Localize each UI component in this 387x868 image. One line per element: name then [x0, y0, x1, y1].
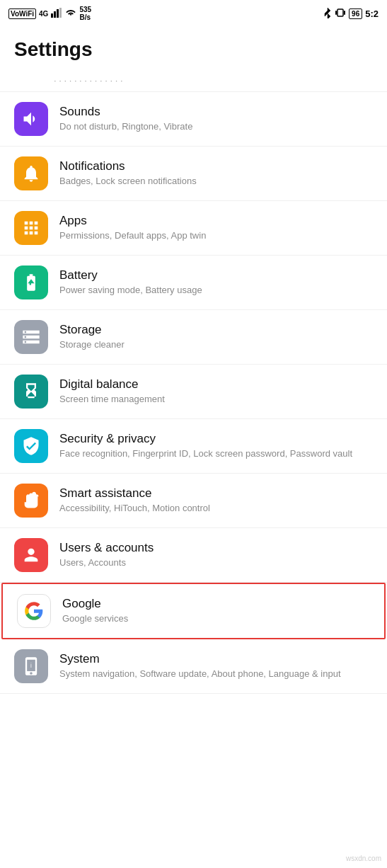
security-icon-wrapper [14, 429, 48, 463]
hand-icon [21, 491, 41, 510]
google-title: Google [62, 597, 370, 611]
svg-rect-6 [344, 11, 345, 15]
status-bar: VoWiFi 4G 535B/s 96 5:2 [0, 0, 387, 25]
sounds-title: Sounds [59, 105, 373, 119]
security-title: Security & privacy [59, 432, 373, 446]
system-icon: i [21, 656, 41, 676]
notifications-title: Notifications [59, 159, 373, 173]
sound-icon [21, 109, 41, 129]
system-title: System [59, 652, 373, 666]
settings-item-battery[interactable]: Battery Power saving mode, Battery usage [0, 256, 387, 310]
settings-item-notifications[interactable]: Notifications Badges, Lock screen notifi… [0, 147, 387, 201]
system-icon-wrapper: i [14, 649, 48, 683]
settings-item-digital-balance[interactable]: Digital balance Screen time management [0, 365, 387, 419]
vibrate-icon [335, 7, 346, 21]
smart-assistance-subtitle: Accessibility, HiTouch, Motion control [59, 503, 373, 515]
digital-balance-subtitle: Screen time management [59, 394, 373, 406]
wifi-icon [65, 8, 76, 18]
battery-icon: 96 [349, 8, 362, 19]
speed-label: 535B/s [79, 6, 91, 21]
google-text: Google Google services [62, 597, 370, 625]
apps-subtitle: Permissions, Default apps, App twin [59, 230, 373, 242]
google-icon-wrapper [17, 594, 51, 628]
svg-rect-4 [337, 9, 343, 16]
settings-list: Sounds Do not disturb, Ringtone, Vibrate… [0, 92, 387, 694]
battery-title: Battery [59, 268, 373, 282]
bluetooth-icon [323, 7, 332, 21]
google-icon [24, 601, 44, 621]
apps-icon [21, 218, 41, 238]
settings-item-storage[interactable]: Storage Storage cleaner [0, 310, 387, 365]
apps-icon-wrapper [14, 211, 48, 245]
users-accounts-subtitle: Users, Accounts [59, 557, 373, 569]
status-right: 96 5:2 [323, 7, 379, 21]
svg-rect-5 [335, 11, 337, 15]
battery-settings-icon [21, 273, 41, 292]
digital-balance-icon-wrapper [14, 375, 48, 409]
svg-rect-0 [51, 13, 53, 18]
settings-item-sounds[interactable]: Sounds Do not disturb, Ringtone, Vibrate [0, 92, 387, 147]
storage-title: Storage [59, 323, 373, 337]
apps-title: Apps [59, 214, 373, 228]
svg-text:i: i [30, 663, 32, 669]
digital-balance-title: Digital balance [59, 377, 373, 392]
time-label: 5:2 [365, 8, 379, 19]
smart-assistance-title: Smart assistance [59, 486, 373, 501]
users-accounts-title: Users & accounts [59, 541, 373, 555]
storage-subtitle: Storage cleaner [59, 339, 373, 351]
sounds-text: Sounds Do not disturb, Ringtone, Vibrate [59, 105, 373, 133]
notifications-subtitle: Badges, Lock screen notifications [59, 176, 373, 188]
security-subtitle: Face recognition, Fingerprint ID, Lock s… [59, 448, 373, 460]
users-accounts-text: Users & accounts Users, Accounts [59, 541, 373, 569]
smart-assistance-text: Smart assistance Accessibility, HiTouch,… [59, 486, 373, 515]
sounds-icon-wrapper [14, 102, 48, 136]
notifications-icon-wrapper [14, 156, 48, 190]
users-icon-wrapper [14, 538, 48, 572]
vowifi-label: VoWiFi [8, 8, 36, 19]
status-left: VoWiFi 4G 535B/s [8, 6, 91, 21]
battery-icon-wrapper [14, 265, 48, 299]
user-icon [21, 545, 41, 565]
signal-bars [51, 8, 62, 19]
system-text: System System navigation, Software updat… [59, 652, 373, 680]
svg-rect-2 [57, 9, 59, 18]
settings-item-google[interactable]: Google Google services [1, 583, 386, 639]
system-subtitle: System navigation, Software update, Abou… [59, 668, 373, 680]
signal-4g: 4G [39, 10, 48, 18]
svg-rect-3 [59, 8, 62, 18]
security-text: Security & privacy Face recognition, Fin… [59, 432, 373, 460]
shield-icon [21, 436, 41, 456]
google-subtitle: Google services [62, 613, 370, 625]
top-partial-item: · · · · · · · · · · · · · · [0, 69, 387, 92]
page-title: Settings [0, 25, 387, 69]
storage-icon-wrapper [14, 320, 48, 354]
hourglass-icon [21, 382, 41, 401]
notifications-text: Notifications Badges, Lock screen notifi… [59, 159, 373, 188]
settings-item-users-accounts[interactable]: Users & accounts Users, Accounts [0, 528, 387, 583]
digital-balance-text: Digital balance Screen time management [59, 377, 373, 406]
smart-assistance-icon-wrapper [14, 484, 48, 518]
settings-item-smart-assistance[interactable]: Smart assistance Accessibility, HiTouch,… [0, 474, 387, 528]
apps-text: Apps Permissions, Default apps, App twin [59, 214, 373, 242]
settings-item-apps[interactable]: Apps Permissions, Default apps, App twin [0, 201, 387, 256]
sounds-subtitle: Do not disturb, Ringtone, Vibrate [59, 121, 373, 133]
battery-subtitle: Power saving mode, Battery usage [59, 285, 373, 297]
battery-text: Battery Power saving mode, Battery usage [59, 268, 373, 297]
settings-item-system[interactable]: i System System navigation, Software upd… [0, 639, 387, 694]
watermark: wsxdn.com [346, 855, 381, 862]
storage-text: Storage Storage cleaner [59, 323, 373, 351]
svg-rect-1 [54, 11, 56, 18]
bell-icon [21, 164, 41, 183]
settings-item-security-privacy[interactable]: Security & privacy Face recognition, Fin… [0, 419, 387, 474]
storage-icon [21, 327, 41, 347]
